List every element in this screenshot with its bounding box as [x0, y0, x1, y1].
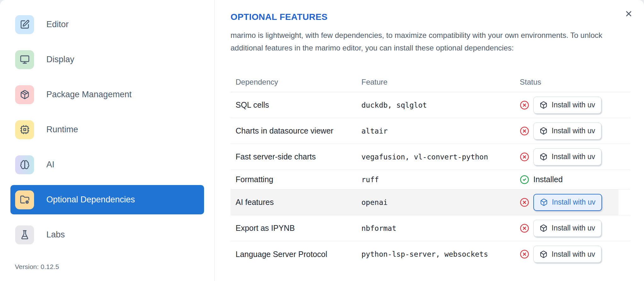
- sidebar-item-label: Labs: [46, 230, 65, 240]
- not-installed-icon: [520, 224, 529, 233]
- table-row: Export as IPYNB nbformat Install with uv: [231, 215, 630, 241]
- dependency-name: Formatting: [231, 175, 361, 184]
- not-installed-icon: [520, 100, 529, 110]
- close-button[interactable]: [623, 8, 634, 19]
- package-box-icon: [540, 198, 548, 206]
- sidebar-item-runtime[interactable]: Runtime: [10, 115, 204, 144]
- install-with-uv-button[interactable]: Install with uv: [533, 220, 601, 237]
- sidebar-item-label: Package Management: [46, 90, 132, 99]
- feature-packages: ruff: [361, 176, 520, 184]
- table-row: AI features openai Install with uv: [231, 189, 630, 215]
- table-header-row: Dependency Feature Status: [231, 72, 630, 92]
- installed-label: Installed: [533, 175, 563, 184]
- install-with-uv-button[interactable]: Install with uv: [533, 97, 601, 114]
- sidebar-item-ai[interactable]: AI: [10, 150, 204, 179]
- install-button-label: Install with uv: [552, 101, 595, 109]
- close-icon: [624, 9, 633, 18]
- settings-sidebar: Editor Display Package Management Runtim…: [0, 0, 215, 281]
- sidebar-item-label: Display: [46, 55, 74, 64]
- sidebar-item-label: Optional Dependencies: [46, 195, 135, 205]
- package-box-icon: [540, 101, 547, 109]
- install-button-label: Install with uv: [552, 152, 595, 161]
- sidebar-item-optional-dependencies[interactable]: Optional Dependencies: [10, 185, 204, 214]
- page-title: OPTIONAL FEATURES: [231, 12, 630, 22]
- feature-packages: vegafusion, vl-convert-python: [361, 153, 520, 161]
- package-box-icon: [540, 153, 547, 161]
- dependencies-table: Dependency Feature Status SQL cells duck…: [231, 72, 630, 267]
- install-button-label: Install with uv: [552, 224, 595, 232]
- flask-icon: [15, 225, 34, 244]
- install-with-uv-button[interactable]: Install with uv: [533, 148, 601, 165]
- sidebar-item-labs[interactable]: Labs: [10, 220, 204, 249]
- package-icon: [15, 85, 34, 104]
- install-button-label: Install with uv: [552, 198, 595, 206]
- column-header-feature: Feature: [361, 78, 520, 87]
- install-with-uv-button[interactable]: Install with uv: [533, 246, 601, 263]
- table-row: Formatting ruff Installed: [231, 170, 630, 189]
- sidebar-item-label: Editor: [46, 20, 69, 29]
- table-row: Language Server Protocol python-lsp-serv…: [231, 241, 630, 267]
- table-row: SQL cells duckdb, sqlglot Install with u…: [231, 92, 630, 118]
- dependency-name: SQL cells: [231, 100, 361, 110]
- not-installed-icon: [520, 198, 529, 207]
- cpu-icon: [15, 120, 34, 139]
- feature-packages: openai: [361, 198, 520, 206]
- sidebar-item-display[interactable]: Display: [10, 45, 204, 74]
- feature-packages: nbformat: [361, 224, 520, 232]
- edit-pencil-icon: [15, 15, 34, 34]
- install-with-uv-button[interactable]: Install with uv: [533, 194, 602, 211]
- page-description: marimo is lightweight, with few dependen…: [231, 29, 630, 54]
- installed-check-icon: [520, 175, 529, 184]
- install-with-uv-button[interactable]: Install with uv: [533, 123, 601, 140]
- dependency-name: Language Server Protocol: [231, 250, 361, 259]
- dependency-name: Charts in datasource viewer: [231, 126, 361, 135]
- package-box-icon: [540, 250, 547, 258]
- sidebar-item-label: AI: [46, 160, 55, 170]
- install-button-label: Install with uv: [552, 250, 595, 259]
- dependency-name: Export as IPYNB: [231, 224, 361, 233]
- table-row: Fast server-side charts vegafusion, vl-c…: [231, 144, 630, 170]
- sidebar-item-label: Runtime: [46, 125, 78, 135]
- sidebar-item-package-management[interactable]: Package Management: [10, 80, 204, 109]
- package-box-icon: [540, 224, 547, 232]
- table-row: Charts in datasource viewer altair Insta…: [231, 118, 630, 144]
- feature-packages: duckdb, sqlglot: [361, 101, 520, 109]
- sidebar-item-editor[interactable]: Editor: [10, 10, 204, 39]
- settings-dialog: Editor Display Package Management Runtim…: [0, 0, 644, 281]
- brain-icon: [15, 155, 34, 174]
- column-header-status: Status: [520, 78, 630, 87]
- monitor-icon: [15, 50, 34, 69]
- optional-features-panel: OPTIONAL FEATURES marimo is lightweight,…: [215, 0, 644, 281]
- version-label: Version: 0.12.5: [15, 263, 59, 271]
- feature-packages: altair: [361, 127, 520, 135]
- dependency-name: AI features: [231, 198, 361, 207]
- folder-gear-icon: [15, 190, 34, 209]
- dependency-name: Fast server-side charts: [231, 152, 361, 161]
- not-installed-icon: [520, 152, 529, 162]
- package-box-icon: [540, 127, 547, 135]
- feature-packages: python-lsp-server, websockets: [361, 250, 520, 258]
- install-button-label: Install with uv: [552, 127, 595, 135]
- column-header-dependency: Dependency: [231, 78, 361, 87]
- not-installed-icon: [520, 126, 529, 136]
- not-installed-icon: [520, 249, 529, 259]
- settings-nav: Editor Display Package Management Runtim…: [0, 0, 214, 249]
